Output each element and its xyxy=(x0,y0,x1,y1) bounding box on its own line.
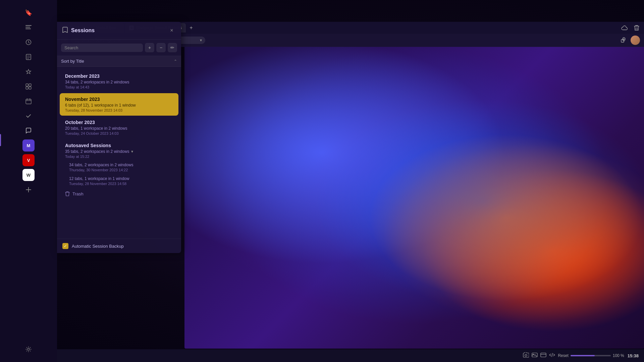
sort-chevron-icon[interactable]: ⌃ xyxy=(174,59,177,64)
svg-rect-6 xyxy=(29,84,31,86)
sidebar-icon-bookmarks-star[interactable] xyxy=(22,66,35,78)
sidebar-icon-mastodon[interactable]: M xyxy=(22,139,35,152)
sessions-add-button[interactable]: + xyxy=(145,43,154,52)
autosaved-sub-item-1[interactable]: 34 tabs, 2 workspaces in 2 windows Thurs… xyxy=(60,161,178,174)
camera-icon[interactable] xyxy=(523,352,529,359)
session-item-december[interactable]: December 2023 34 tabs, 2 workspaces in 2… xyxy=(60,70,178,93)
sidebar-icon-tasks[interactable] xyxy=(22,110,35,122)
panel-footer: ✓ Automatic Session Backup xyxy=(57,239,181,253)
svg-rect-0 xyxy=(25,25,32,26)
autosaved-sessions-header[interactable]: Autosaved Sessions 35 tabs, 2 workspaces… xyxy=(60,139,178,160)
sidebar-icon-calendar[interactable] xyxy=(22,95,35,107)
session-detail-october: 20 tabs, 1 workspace in 2 windows xyxy=(65,126,173,131)
sidebar-icon-reader[interactable] xyxy=(22,21,35,34)
session-name-november: November 2023 xyxy=(65,97,173,102)
session-item-november[interactable]: November 2023 6 tabs (of 12), 1 workspac… xyxy=(60,93,178,116)
autosaved-name: Autosaved Sessions xyxy=(65,143,173,148)
autosaved-sub-item-2[interactable]: 12 tabs, 1 workspace in 1 window Tuesday… xyxy=(60,174,178,188)
autosaved-sub-date-1: Thursday, 30 November 2023 14:22 xyxy=(69,168,173,172)
sidebar-settings-icon[interactable] xyxy=(22,343,35,355)
panel-header: Sessions × xyxy=(57,22,181,40)
sessions-list: December 2023 34 tabs, 2 workspaces in 2… xyxy=(57,67,181,239)
car-background-image xyxy=(184,22,644,349)
sessions-search-row: + − ✏ xyxy=(57,40,181,56)
svg-point-15 xyxy=(533,354,534,355)
svg-rect-9 xyxy=(26,99,31,104)
sidebar-icon-add-webpanel[interactable] xyxy=(22,184,35,196)
sidebar-icon-history[interactable] xyxy=(22,36,35,48)
autosaved-detail-row: 35 tabs, 2 workspaces in 2 windows ▾ xyxy=(65,149,173,154)
address-actions xyxy=(619,36,640,45)
sidebar-icon-wikipedia[interactable]: W xyxy=(22,169,35,181)
session-date-october: Tuesday, 24 October 2023 14:03 xyxy=(65,131,173,135)
sessions-remove-button[interactable]: − xyxy=(156,43,166,52)
sidebar-icon-vivaldi[interactable]: V xyxy=(22,154,35,166)
sort-label: Sort by Title xyxy=(61,59,174,64)
panel-close-button[interactable]: × xyxy=(168,26,176,35)
svg-rect-16 xyxy=(541,353,546,357)
sessions-search-input-wrap[interactable] xyxy=(61,44,143,52)
sessions-panel: Sessions × + − ✏ Sort by Title ⌃ Decembe… xyxy=(57,22,181,253)
sessions-header-icon xyxy=(62,27,68,34)
svg-rect-5 xyxy=(26,84,28,86)
session-date-december: Today at 14:43 xyxy=(65,85,173,89)
session-name-october: October 2023 xyxy=(65,120,173,125)
zoom-reset-button[interactable]: Reset xyxy=(558,353,568,358)
zoom-percent: 100 % xyxy=(613,353,625,358)
svg-point-13 xyxy=(525,354,527,356)
autosaved-sub-date-2: Tuesday, 28 November 2023 14:58 xyxy=(69,182,173,186)
sessions-edit-button[interactable]: ✏ xyxy=(168,43,177,52)
sidebar-icon-notes[interactable] xyxy=(22,51,35,63)
tab-actions xyxy=(620,23,641,33)
image-icon[interactable] xyxy=(532,353,538,359)
sidebar: 🔖 xyxy=(0,0,57,362)
zoom-slider[interactable] xyxy=(571,355,611,356)
zoom-controls: Reset 100 % xyxy=(558,353,625,358)
sidebar-active-indicator xyxy=(0,134,1,146)
sidebar-icon-chat[interactable] xyxy=(22,125,35,137)
status-actions: Reset 100 % 15:38 xyxy=(523,352,639,359)
svg-rect-1 xyxy=(25,27,30,27)
window-icon[interactable] xyxy=(540,353,546,359)
sessions-sort-row[interactable]: Sort by Title ⌃ xyxy=(57,56,181,67)
svg-rect-2 xyxy=(25,28,31,29)
autosaved-sub-detail-1: 34 tabs, 2 workspaces in 2 windows xyxy=(69,163,173,167)
status-time: 15:38 xyxy=(628,353,639,358)
trash-item[interactable]: Trash xyxy=(60,188,178,199)
svg-rect-4 xyxy=(26,54,31,60)
trash-label: Trash xyxy=(72,191,84,196)
auto-backup-label: Automatic Session Backup xyxy=(72,244,124,249)
zoom-slider-fill xyxy=(571,355,595,356)
user-avatar[interactable] xyxy=(631,36,640,45)
cloud-sync-icon[interactable] xyxy=(620,23,629,33)
sidebar-icon-bookmark[interactable]: 🔖 xyxy=(22,7,35,19)
session-date-november: Tuesday, 28 November 2023 14:03 xyxy=(65,108,173,112)
session-name-december: December 2023 xyxy=(65,73,173,79)
code-icon[interactable] xyxy=(549,353,555,359)
autosaved-detail: 35 tabs, 2 workspaces in 2 windows xyxy=(65,149,129,154)
session-detail-december: 34 tabs, 2 workspaces in 2 windows xyxy=(65,80,173,84)
svg-rect-7 xyxy=(26,87,28,89)
svg-rect-8 xyxy=(29,87,31,89)
extensions-icon[interactable] xyxy=(619,36,629,45)
tab-add-button[interactable]: + xyxy=(187,24,195,32)
session-detail-november: 6 tabs (of 12), 1 workspace in 1 window xyxy=(65,103,173,108)
session-item-october[interactable]: October 2023 20 tabs, 1 workspace in 2 w… xyxy=(60,116,178,139)
sessions-search-input[interactable] xyxy=(64,45,140,50)
trash-icon xyxy=(65,191,70,196)
trash-icon[interactable] xyxy=(632,23,641,33)
sidebar-icon-tab-groups[interactable] xyxy=(22,80,35,93)
svg-point-10 xyxy=(28,348,30,350)
auto-backup-checkbox[interactable]: ✓ xyxy=(62,243,68,249)
browser-search-dropdown-icon[interactable]: ▾ xyxy=(200,38,202,43)
autosaved-date: Today at 15:22 xyxy=(65,155,173,159)
autosaved-dropdown-icon[interactable]: ▾ xyxy=(131,149,133,154)
panel-title: Sessions xyxy=(71,27,164,34)
status-bar: Reset 100 % 15:38 xyxy=(57,349,644,362)
autosaved-sub-detail-2: 12 tabs, 1 workspace in 1 window xyxy=(69,176,173,181)
